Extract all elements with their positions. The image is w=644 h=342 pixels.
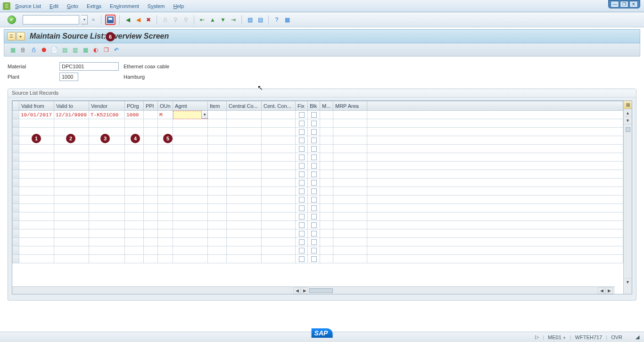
cell-central[interactable] <box>227 111 262 119</box>
row-selector[interactable] <box>13 111 19 119</box>
table-row[interactable] <box>13 170 623 179</box>
menu-help[interactable]: Help <box>173 3 184 9</box>
menu-environment[interactable]: Environment <box>110 3 139 9</box>
col-vendor[interactable]: Vendor <box>89 101 125 111</box>
cell-fix[interactable] <box>296 111 308 119</box>
col-valid-from[interactable]: Valid from <box>19 101 54 111</box>
copy-icon[interactable]: ▤ <box>61 46 68 54</box>
scroll-left-end[interactable]: ◀ <box>598 287 605 294</box>
col-selector[interactable] <box>13 101 19 111</box>
help-button[interactable]: ? <box>272 16 281 24</box>
vertical-scrollbar[interactable]: ⊞ ▲ ▼ ▼ <box>623 101 632 294</box>
menu-edit[interactable]: Edit <box>50 3 58 9</box>
table-row[interactable] <box>13 204 623 212</box>
layout-button[interactable]: ▦ <box>283 16 291 24</box>
material-field[interactable]: DPC1001 <box>59 62 119 71</box>
table-row[interactable] <box>13 255 623 263</box>
cell-item[interactable] <box>208 111 227 119</box>
cell-blk[interactable] <box>308 111 320 119</box>
new-entries-icon[interactable]: 📄 <box>50 46 58 54</box>
cell-porg[interactable]: 1000 <box>125 111 144 119</box>
col-valid-to[interactable]: Valid to <box>54 101 89 111</box>
col-blk[interactable]: Blk <box>308 101 320 111</box>
sort-asc-icon[interactable]: ▥ <box>71 46 79 54</box>
table-row[interactable] <box>13 212 623 221</box>
col-item[interactable]: Item <box>208 101 227 111</box>
col-fix[interactable]: Fix <box>296 101 308 111</box>
title-btn-1[interactable]: ☰ <box>7 32 16 41</box>
col-cent-con[interactable]: Cent. Con... <box>262 101 296 111</box>
col-m[interactable]: M... <box>320 101 333 111</box>
col-mrp-area[interactable]: MRP Area <box>333 101 367 111</box>
find-button[interactable]: ⚲ <box>171 16 180 24</box>
new-session-button[interactable]: ▧ <box>246 16 254 24</box>
generate-icon[interactable]: ⎙ <box>30 46 37 54</box>
command-dropdown[interactable]: ▾ <box>81 15 88 24</box>
cell-ppl[interactable] <box>144 111 158 119</box>
col-oun[interactable]: OUn <box>158 101 173 111</box>
scroll-up[interactable]: ▲ <box>624 109 632 117</box>
cancel-button[interactable]: ✖ <box>144 16 153 24</box>
delete-icon[interactable]: 🗑 <box>19 46 27 54</box>
toolbar-collapse[interactable]: « <box>90 17 97 22</box>
table-row[interactable] <box>13 119 623 128</box>
table-row[interactable] <box>13 153 623 162</box>
cell-agmt[interactable]: ▾ <box>173 111 208 119</box>
col-central-contract[interactable]: Central Co... <box>227 101 262 111</box>
status-nav-icon[interactable]: ▷ <box>535 334 539 340</box>
enter-button[interactable]: ✔ <box>8 16 16 24</box>
exit-button[interactable]: ◀ <box>134 16 142 24</box>
table-row[interactable] <box>13 238 623 246</box>
back-button[interactable]: ◀ <box>124 16 132 24</box>
table-row[interactable] <box>13 229 623 238</box>
scroll-right[interactable]: ▶ <box>301 287 308 294</box>
menu-system[interactable]: System <box>148 3 165 9</box>
col-agmt[interactable]: Agmt <box>173 101 208 111</box>
next-page-button[interactable]: ▼ <box>219 16 227 24</box>
table-row[interactable] <box>13 162 623 170</box>
col-ppl[interactable]: PPl <box>144 101 158 111</box>
menu-source-list[interactable]: Source List <box>15 3 41 9</box>
scroll-thumb[interactable] <box>309 288 333 293</box>
plant-field[interactable]: 1000 <box>59 73 78 81</box>
cell-mrp[interactable] <box>333 111 367 119</box>
table-row[interactable] <box>13 179 623 187</box>
cell-oun[interactable]: M <box>158 111 173 119</box>
find-next-button[interactable]: ⚲ <box>182 16 190 24</box>
prev-page-button[interactable]: ▲ <box>208 16 217 24</box>
table-settings-button[interactable]: ⊞ <box>624 101 632 109</box>
sphere-icon[interactable]: ◐ <box>92 46 99 54</box>
scroll-dn1[interactable]: ▼ <box>624 117 632 124</box>
title-btn-2[interactable]: ▸ <box>17 32 25 41</box>
minimize-button[interactable]: — <box>611 1 619 8</box>
close-button[interactable]: ✕ <box>629 1 638 8</box>
app-menu-icon[interactable]: ☰ <box>3 2 10 10</box>
col-porg[interactable]: POrg <box>125 101 144 111</box>
cell-vendor[interactable]: T-K521C00 <box>89 111 125 119</box>
sort-desc-icon[interactable]: ▦ <box>82 46 89 54</box>
table-row[interactable] <box>13 195 623 204</box>
save-button[interactable] <box>105 15 116 25</box>
duplicate-icon[interactable]: ❐ <box>102 46 110 54</box>
table-row[interactable] <box>13 145 623 153</box>
scroll-down[interactable]: ▼ <box>624 278 632 285</box>
horizontal-scrollbar[interactable]: ◀ ▶ ◀ ▶ <box>12 286 615 294</box>
menu-goto[interactable]: Goto <box>67 3 78 9</box>
lock-icon[interactable]: ⬢ <box>40 46 48 54</box>
cell-valid-from[interactable]: 10/01/2017 <box>19 111 54 119</box>
source-list-table[interactable]: Valid from Valid to Vendor POrg PPl OUn … <box>12 101 623 263</box>
cell-valid-to[interactable]: 12/31/9999 <box>54 111 89 119</box>
status-tcode[interactable]: ME01 <box>548 334 566 340</box>
select-all-icon[interactable]: ▦ <box>9 46 17 54</box>
f4-help-button[interactable]: ▾ <box>201 110 208 119</box>
scroll-left[interactable]: ◀ <box>293 287 301 294</box>
scroll-right-end[interactable]: ▶ <box>605 287 613 294</box>
menu-extras[interactable]: Extras <box>87 3 101 9</box>
shortcut-button[interactable]: ▤ <box>256 16 264 24</box>
maximize-button[interactable]: ❐ <box>620 1 628 8</box>
table-row[interactable] <box>13 221 623 229</box>
command-field[interactable] <box>23 15 79 24</box>
table-row[interactable] <box>13 187 623 195</box>
print-button[interactable]: ⎙ <box>161 16 169 24</box>
first-page-button[interactable]: ⇤ <box>198 16 206 24</box>
